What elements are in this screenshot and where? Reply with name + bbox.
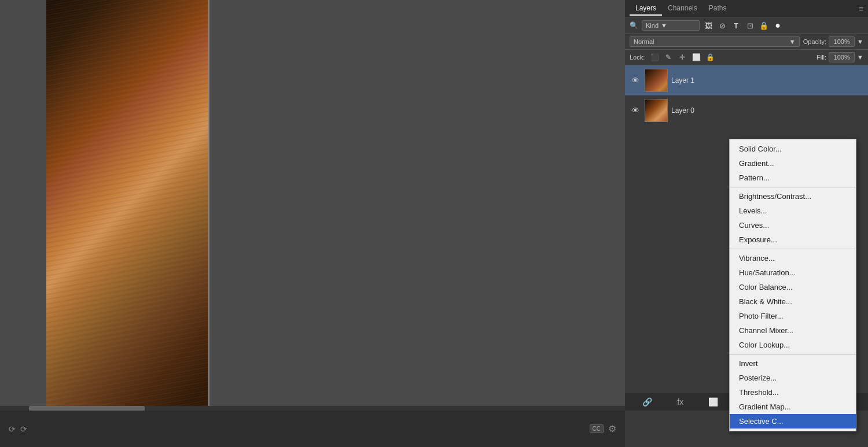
canvas-area: ⟳ ⟳ CC ⚙ — [0, 0, 625, 447]
menu-exposure[interactable]: Exposure... — [730, 232, 856, 247]
layers-list: 👁 Layer 1 👁 Layer 0 — [625, 65, 868, 125]
lock-row: Lock: ⬛ ✎ ✛ ⬜ 🔒 Fill: 100% ▼ — [625, 50, 868, 65]
fill-label: Fill: — [816, 54, 826, 61]
menu-divider-2 — [730, 249, 856, 249]
image-filter-icon[interactable]: 🖼 — [703, 20, 713, 31]
layer-1-visibility-icon[interactable]: 👁 — [630, 75, 641, 86]
fill-group: Fill: 100% ▼ — [816, 52, 863, 62]
menu-curves[interactable]: Curves... — [730, 218, 856, 232]
lock-paint-icon[interactable]: ✎ — [663, 52, 674, 62]
kind-dropdown[interactable]: Kind ▼ — [642, 20, 700, 31]
menu-brightness-contrast[interactable]: Brightness/Contrast... — [730, 189, 856, 204]
lock-artboard-icon[interactable]: ⬜ — [691, 52, 701, 62]
menu-channel-mixer[interactable]: Channel Mixer... — [730, 323, 856, 338]
settings-icon[interactable]: ⚙ — [608, 423, 616, 434]
panel-tabs: Layers Channels Paths ≡ — [625, 0, 868, 17]
play-icon[interactable]: ⟳ — [20, 424, 27, 434]
opacity-input[interactable]: 100% — [829, 36, 855, 47]
layer-2-name: Layer 0 — [671, 106, 863, 114]
menu-hue-saturation[interactable]: Hue/Saturation... — [730, 265, 856, 280]
scrollbar-thumb[interactable] — [29, 406, 145, 411]
blend-mode-dropdown[interactable]: Normal ▼ — [630, 36, 800, 47]
fill-input[interactable]: 100% — [829, 52, 855, 62]
opacity-chevron: ▼ — [857, 38, 863, 45]
mask-icon[interactable]: ⬜ — [707, 396, 720, 408]
fx-icon[interactable]: fx — [674, 396, 687, 408]
blend-opacity-row: Normal ▼ Opacity: 100% ▼ — [625, 34, 868, 50]
lock-move-icon[interactable]: ✛ — [677, 52, 687, 62]
lock-all-icon[interactable]: 🔒 — [705, 52, 715, 62]
adjustment-dropdown-menu: Solid Color... Gradient... Pattern... Br… — [729, 139, 856, 431]
text-filter-icon[interactable]: T — [731, 20, 741, 31]
menu-divider-3 — [730, 354, 856, 354]
right-panel: Layers Channels Paths ≡ 🔍 Kind ▼ 🖼 ⊘ T ⊡… — [625, 0, 868, 447]
layer-item-1[interactable]: 👁 Layer 1 — [625, 65, 868, 95]
menu-invert[interactable]: Invert — [730, 356, 856, 371]
kind-chevron: ▼ — [661, 22, 667, 29]
cc-badge: CC — [590, 424, 604, 433]
menu-posterize[interactable]: Posterize... — [730, 371, 856, 385]
tab-paths[interactable]: Paths — [703, 2, 733, 16]
menu-black-white[interactable]: Black & White... — [730, 294, 856, 309]
search-icon: 🔍 — [630, 21, 638, 29]
lock-pixel-icon[interactable]: ⬛ — [649, 52, 660, 62]
kind-label: Kind — [646, 22, 659, 29]
lock-icons: ⬛ ✎ ✛ ⬜ 🔒 — [649, 52, 715, 62]
blend-mode-label: Normal — [634, 38, 654, 45]
shape-filter-icon[interactable]: ⊡ — [745, 20, 755, 31]
menu-selective-color[interactable]: Selective C... — [730, 414, 856, 428]
canvas-scrollbar[interactable] — [0, 406, 625, 411]
layer-1-name: Layer 1 — [671, 76, 863, 84]
loop-icon[interactable]: ⟳ — [9, 424, 16, 434]
adjustment-icon[interactable]: ⊘ — [717, 20, 727, 31]
menu-color-balance[interactable]: Color Balance... — [730, 280, 856, 294]
opacity-group: Opacity: 100% ▼ — [803, 36, 863, 47]
menu-gradient[interactable]: Gradient... — [730, 156, 856, 171]
menu-photo-filter[interactable]: Photo Filter... — [730, 309, 856, 323]
canvas-image — [46, 0, 208, 411]
menu-color-lookup[interactable]: Color Lookup... — [730, 338, 856, 352]
smartobject-filter-icon[interactable]: 🔒 — [759, 20, 769, 31]
menu-gradient-map[interactable]: Gradient Map... — [730, 400, 856, 414]
menu-divider-1 — [730, 187, 856, 187]
menu-levels[interactable]: Levels... — [730, 204, 856, 218]
menu-solid-color[interactable]: Solid Color... — [730, 142, 856, 156]
fill-chevron: ▼ — [857, 54, 863, 61]
playback-bar: ⟳ ⟳ CC ⚙ — [0, 411, 625, 447]
blend-chevron: ▼ — [789, 38, 796, 45]
opacity-label: Opacity: — [803, 38, 826, 45]
dot-icon: ● — [773, 20, 783, 31]
tab-layers[interactable]: Layers — [630, 2, 662, 16]
layer-2-thumbnail — [645, 99, 668, 122]
layer-1-thumbnail — [645, 69, 668, 92]
tab-channels[interactable]: Channels — [662, 2, 703, 16]
layer-2-visibility-icon[interactable]: 👁 — [630, 105, 641, 116]
layer-item-2[interactable]: 👁 Layer 0 — [625, 95, 868, 125]
menu-threshold[interactable]: Threshold... — [730, 385, 856, 400]
canvas-border — [208, 0, 209, 411]
panel-more-button[interactable]: ≡ — [859, 4, 863, 13]
lock-label: Lock: — [630, 54, 645, 61]
link-icon[interactable]: 🔗 — [641, 396, 654, 408]
menu-pattern[interactable]: Pattern... — [730, 171, 856, 185]
menu-vibrance[interactable]: Vibrance... — [730, 251, 856, 265]
layers-toolbar: 🔍 Kind ▼ 🖼 ⊘ T ⊡ 🔒 ● — [625, 17, 868, 34]
